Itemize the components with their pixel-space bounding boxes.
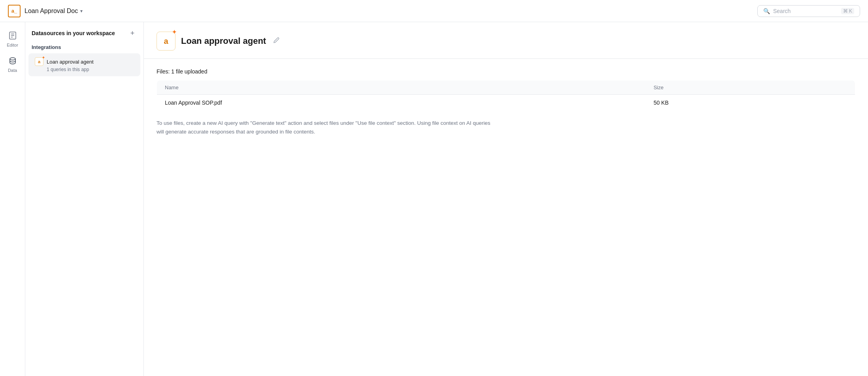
col-header-name: Name — [157, 81, 646, 95]
integration-sub: 1 queries in this app — [35, 67, 134, 72]
integration-name: Loan approval agent — [47, 59, 94, 65]
files-count: 1 file uploaded — [171, 68, 207, 75]
files-table-body: Loan Approval SOP.pdf 50 KB — [157, 95, 855, 111]
file-size-cell: 50 KB — [645, 95, 855, 111]
agent-spark-icon: ✦ — [172, 29, 177, 35]
main-layout: Editor Data Datasources in your workspac… — [0, 22, 868, 376]
edit-agent-button[interactable] — [272, 36, 281, 47]
add-datasource-button[interactable]: + — [128, 28, 137, 38]
hint-text: To use files, create a new AI query with… — [157, 119, 496, 136]
app-logo: a_ — [8, 5, 21, 17]
panel-title: Datasources in your workspace — [32, 30, 115, 36]
left-panel: Datasources in your workspace + Integrat… — [25, 22, 144, 376]
integration-item-loan-agent[interactable]: a ✦ Loan approval agent 1 queries in thi… — [28, 53, 140, 76]
search-placeholder: Search — [773, 8, 791, 14]
main-content: a ✦ Loan approval agent Files: 1 file up… — [144, 22, 868, 376]
editor-icon — [7, 30, 18, 41]
integration-item-top: a ✦ Loan approval agent — [35, 57, 134, 66]
chevron-down-icon: ▾ — [80, 8, 83, 14]
top-header: a_ Loan Approval Doc ▾ 🔍 Search ⌘ K — [0, 0, 868, 22]
spark-icon: ✦ — [42, 56, 45, 60]
files-label: Files: 1 file uploaded — [157, 68, 855, 75]
content-body: Files: 1 file uploaded Name Size Loan Ap… — [144, 59, 868, 145]
data-label: Data — [8, 68, 17, 73]
search-icon: 🔍 — [763, 8, 770, 14]
search-box[interactable]: 🔍 Search ⌘ K — [757, 5, 860, 17]
table-header-row: Name Size — [157, 81, 855, 95]
header-left: a_ Loan Approval Doc ▾ — [8, 5, 83, 17]
search-shortcut: ⌘ K — [841, 8, 854, 14]
file-name-cell: Loan Approval SOP.pdf — [157, 95, 646, 111]
col-header-size: Size — [645, 81, 855, 95]
section-label-integrations: Integrations — [25, 43, 143, 53]
icon-sidebar: Editor Data — [0, 22, 25, 376]
table-row: Loan Approval SOP.pdf 50 KB — [157, 95, 855, 111]
sidebar-item-data[interactable]: Data — [2, 52, 23, 76]
sidebar-item-editor[interactable]: Editor — [2, 27, 23, 51]
panel-header: Datasources in your workspace + — [25, 28, 143, 43]
editor-label: Editor — [7, 43, 18, 47]
svg-point-4 — [10, 58, 15, 60]
integration-icon: a ✦ — [35, 57, 43, 66]
app-title-dropdown[interactable]: Loan Approval Doc ▾ — [25, 8, 83, 15]
agent-name: Loan approval agent — [181, 36, 266, 46]
content-header: a ✦ Loan approval agent — [144, 22, 868, 59]
agent-logo: a ✦ — [157, 32, 175, 51]
files-table: Name Size Loan Approval SOP.pdf 50 KB — [157, 80, 855, 111]
data-icon — [7, 55, 18, 66]
app-title-text: Loan Approval Doc — [25, 8, 78, 15]
